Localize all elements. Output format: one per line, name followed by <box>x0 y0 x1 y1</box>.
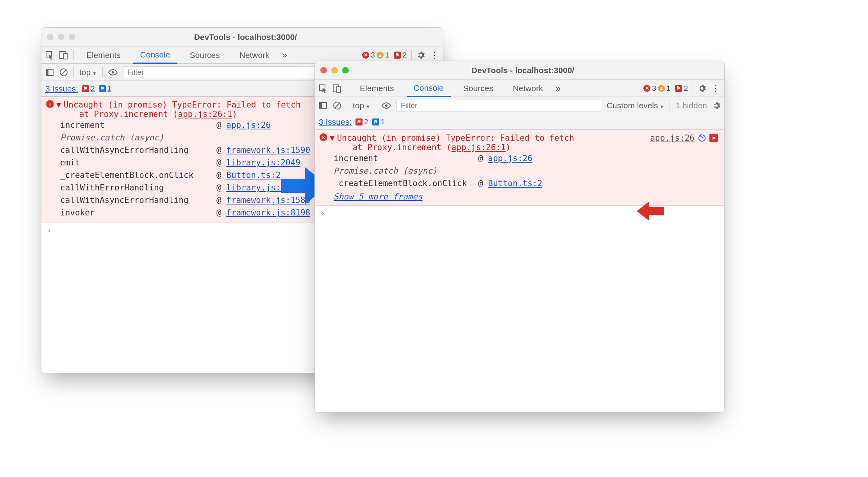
error-at: at Proxy.increment ( <box>79 109 178 119</box>
kebab-icon[interactable]: ⋮ <box>430 53 439 57</box>
device-icon[interactable] <box>333 84 341 93</box>
svg-rect-2 <box>63 54 67 59</box>
source-link[interactable]: app.js:26 <box>650 133 695 143</box>
svg-rect-12 <box>320 102 322 109</box>
error-group: ✕ ▼ Uncaught (in promise) TypeError: Fai… <box>315 130 724 206</box>
sidebar-toggle-icon[interactable] <box>319 101 327 110</box>
issues-red[interactable]: 2 <box>91 84 95 93</box>
frame-link[interactable]: app.js:26 <box>226 120 271 130</box>
sidebar-toggle-icon[interactable] <box>45 68 54 77</box>
more-tabs-icon[interactable]: » <box>282 50 287 61</box>
error-close-paren: ) <box>232 109 238 119</box>
kebab-icon[interactable]: ⋮ <box>711 86 720 90</box>
context-selector[interactable]: top <box>79 68 97 77</box>
gear-icon[interactable] <box>713 102 720 109</box>
error-icon: ✕ <box>46 100 54 108</box>
hidden-count[interactable]: 1 hidden <box>675 101 707 110</box>
frame-link[interactable]: framework.js:1590 <box>226 145 310 155</box>
titlebar[interactable]: DevTools - localhost:3000/ <box>41 28 443 47</box>
svg-point-15 <box>385 104 388 107</box>
divider <box>411 50 412 60</box>
tab-sources[interactable]: Sources <box>456 80 500 97</box>
frame-fn: _createElementBlock.onClick <box>334 179 478 188</box>
tab-elements[interactable]: Elements <box>353 80 401 97</box>
show-more-frames-link[interactable]: Show 5 more frames <box>334 190 423 202</box>
expand-icon[interactable]: ▼ <box>56 100 61 109</box>
eye-icon[interactable] <box>382 102 391 109</box>
restart-icon[interactable] <box>698 134 706 142</box>
svg-point-7 <box>112 71 114 74</box>
tab-network[interactable]: Network <box>232 47 277 63</box>
error-count[interactable]: ✕3 ▲1 <box>362 51 389 59</box>
tab-console[interactable]: Console <box>133 47 177 64</box>
error-message: Uncaught (in promise) TypeError: Failed … <box>337 133 648 143</box>
console-output: ✕ ▼ Uncaught (in promise) TypeError: Fai… <box>315 130 724 412</box>
expand-icon[interactable]: ▼ <box>330 133 335 143</box>
error-loc-link[interactable]: app.js:26:1 <box>452 143 506 152</box>
error-icon: ✕ <box>320 133 327 141</box>
stack-trace: increment@ app.js:26 Promise.catch (asyn… <box>315 152 724 202</box>
error-count[interactable]: ✕3 ▲1 <box>643 84 670 93</box>
issues-red[interactable]: 2 <box>364 118 368 126</box>
issues-label: 3 Issues: <box>319 117 352 127</box>
inspect-icon[interactable] <box>45 51 54 59</box>
issues-blue[interactable]: 1 <box>107 84 112 93</box>
frame-fn: invoker <box>60 208 216 217</box>
error-loc-link[interactable]: app.js:26:1 <box>178 109 232 119</box>
titlebar[interactable]: DevTools - localhost:3000/ <box>315 61 724 80</box>
divider <box>73 67 74 77</box>
more-tabs-icon[interactable]: » <box>555 83 561 94</box>
frame-link[interactable]: framework.js:8198 <box>226 208 310 217</box>
svg-line-14 <box>335 103 339 108</box>
eye-icon[interactable] <box>108 69 118 76</box>
message-count[interactable]: ⚑2 <box>394 51 407 59</box>
message-count[interactable]: ⚑2 <box>675 84 688 93</box>
log-levels-selector[interactable]: Custom levels <box>607 101 664 110</box>
issues-blue[interactable]: 1 <box>381 118 385 126</box>
error-close-paren: ) <box>506 143 511 152</box>
window-title: DevTools - localhost:3000/ <box>54 32 438 42</box>
filter-input[interactable] <box>396 100 601 111</box>
devtools-window-after: DevTools - localhost:3000/ Elements Cons… <box>314 61 725 412</box>
frame-fn: callWithAsyncErrorHandling <box>60 195 216 205</box>
context-selector[interactable]: top <box>353 101 370 110</box>
device-icon[interactable] <box>59 51 68 59</box>
divider <box>670 100 670 111</box>
frame-fn: increment <box>334 154 478 163</box>
stack-async: Promise.catch (async) <box>334 165 720 177</box>
gear-icon[interactable] <box>698 84 706 93</box>
error-at: at Proxy.increment ( <box>353 143 452 152</box>
frame-fn: increment <box>60 120 216 130</box>
frame-fn: callWithAsyncErrorHandling <box>60 145 216 155</box>
main-toolbar: Elements Console Sources Network » ✕3 ▲1… <box>315 80 724 97</box>
tab-network[interactable]: Network <box>506 80 550 97</box>
tab-console[interactable]: Console <box>407 80 451 97</box>
gear-icon[interactable] <box>416 51 425 59</box>
divider <box>347 83 347 93</box>
divider <box>376 100 376 111</box>
issues-label: 3 Issues: <box>45 84 78 93</box>
issues-bar[interactable]: 3 Issues: ⚑2 ⚑1 <box>315 114 724 130</box>
frame-fn: callWithErrorHandling <box>60 183 216 192</box>
inspect-icon[interactable] <box>319 84 327 93</box>
issue-badge-icon[interactable]: ⚑ <box>709 134 718 142</box>
stack-frame: _createElementBlock.onClick@ Button.ts:2 <box>334 177 720 190</box>
stack-frame: increment@ app.js:26 <box>334 152 720 165</box>
console-subtoolbar: top Custom levels 1 hidden <box>315 97 724 114</box>
arrow-red-icon <box>637 199 664 223</box>
frame-link[interactable]: Button.ts:2 <box>226 170 280 180</box>
frame-link[interactable]: Button.ts:2 <box>488 179 542 188</box>
clear-icon[interactable] <box>333 101 341 110</box>
svg-rect-10 <box>337 87 341 92</box>
window-title: DevTools - localhost:3000/ <box>327 66 719 75</box>
clear-icon[interactable] <box>59 68 68 77</box>
frame-link[interactable]: app.js:26 <box>488 154 532 163</box>
divider <box>693 83 693 93</box>
close-icon[interactable] <box>47 34 54 40</box>
divider <box>347 100 347 111</box>
divider <box>73 50 74 60</box>
tab-elements[interactable]: Elements <box>79 47 128 63</box>
tab-sources[interactable]: Sources <box>183 47 227 63</box>
svg-rect-4 <box>46 69 48 75</box>
close-icon[interactable] <box>320 67 327 74</box>
